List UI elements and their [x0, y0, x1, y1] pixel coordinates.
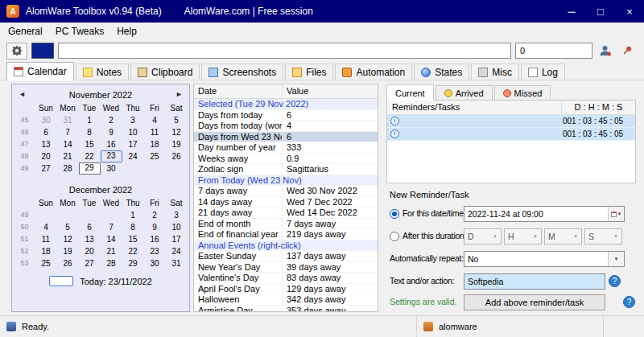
- repeat-combo[interactable]: No ▼: [464, 251, 625, 267]
- calendar-day[interactable]: 23: [144, 245, 166, 257]
- reminder-row[interactable]: 001 : 03 : 45 : 05: [387, 115, 635, 128]
- calendar-day[interactable]: 13: [35, 138, 57, 150]
- calendar-day[interactable]: 18: [144, 138, 166, 150]
- calendar-day[interactable]: 19: [57, 245, 79, 257]
- calendar-day[interactable]: 15: [79, 138, 101, 150]
- calendar-day[interactable]: 29: [122, 257, 144, 269]
- calendar-day[interactable]: 2: [144, 209, 166, 221]
- tab-log[interactable]: Log: [521, 64, 565, 80]
- calendar-day[interactable]: 29: [79, 162, 101, 175]
- preview-swatch[interactable]: [31, 43, 54, 59]
- calendar-day[interactable]: 16: [101, 138, 122, 150]
- calendar-day[interactable]: 1: [79, 114, 101, 126]
- table-section-row[interactable]: Annual Events (right-click): [194, 240, 378, 252]
- duration-select-d[interactable]: D▼: [464, 228, 502, 245]
- table-row[interactable]: Weeks away0.9: [194, 154, 378, 165]
- pin-button[interactable]: [618, 43, 636, 59]
- table-row[interactable]: Day number of year333: [194, 142, 378, 154]
- calendar-day[interactable]: 4: [144, 114, 166, 126]
- table-row[interactable]: Halloween342 days away: [194, 294, 378, 306]
- calendar-dropdown-button[interactable]: ▼: [608, 207, 624, 221]
- calendar-day[interactable]: 24: [166, 245, 188, 257]
- calendar-day[interactable]: 10: [166, 221, 188, 233]
- tab-current[interactable]: Current: [386, 84, 434, 101]
- calendar-day[interactable]: 10: [122, 126, 144, 138]
- calendar-day[interactable]: 7: [57, 126, 79, 138]
- table-row[interactable]: Easter Sunday137 days away: [194, 251, 378, 262]
- calendar-day[interactable]: 20: [79, 245, 101, 257]
- calendar-day[interactable]: 2: [101, 114, 122, 126]
- calendar-day[interactable]: 26: [57, 257, 79, 269]
- menu-general[interactable]: General: [2, 23, 49, 40]
- calendar-day[interactable]: 27: [79, 257, 101, 269]
- calendar-day[interactable]: 1: [122, 209, 144, 221]
- table-row[interactable]: New Year's Day39 days away: [194, 262, 378, 273]
- calendar-day[interactable]: 30: [101, 162, 122, 175]
- calendar-day[interactable]: 16: [144, 233, 166, 245]
- settings-button[interactable]: [6, 43, 27, 60]
- add-reminder-button[interactable]: Add above reminder/task: [464, 294, 605, 310]
- calendar-day[interactable]: 22: [79, 150, 101, 162]
- datetime-combo[interactable]: 2022-11-24 at 09:00 ▼: [464, 206, 625, 222]
- menu-pc-tweaks[interactable]: PC Tweaks: [49, 23, 110, 40]
- counter-box[interactable]: 0: [515, 43, 592, 59]
- calendar-day[interactable]: 5: [57, 221, 79, 233]
- minimize-button[interactable]: ─: [557, 0, 586, 23]
- help-button-text-action[interactable]: ?: [609, 275, 621, 287]
- text-action-input[interactable]: [464, 273, 605, 290]
- calendar-day[interactable]: 8: [122, 221, 144, 233]
- column-header-date[interactable]: Date: [194, 84, 283, 98]
- calendar-day[interactable]: 3: [122, 114, 144, 126]
- tab-misc[interactable]: Misc: [471, 64, 519, 80]
- duration-select-s[interactable]: S▼: [584, 228, 622, 245]
- duration-radio[interactable]: [390, 232, 399, 241]
- calendar-day[interactable]: 30: [35, 114, 57, 126]
- tab-clipboard[interactable]: Clipboard: [130, 64, 200, 80]
- menu-help[interactable]: Help: [110, 23, 143, 40]
- command-input[interactable]: [58, 43, 511, 59]
- calendar-day[interactable]: 12: [166, 126, 188, 138]
- user-button[interactable]: [597, 43, 614, 59]
- duration-select-m[interactable]: M▼: [544, 228, 582, 245]
- calendar-day[interactable]: 27: [35, 162, 57, 175]
- repeat-dropdown-button[interactable]: ▼: [608, 252, 624, 266]
- calendar-day[interactable]: 24: [122, 150, 144, 162]
- calendar-day[interactable]: 31: [166, 257, 188, 269]
- calendar-day[interactable]: 6: [79, 221, 101, 233]
- calendar-day[interactable]: 4: [35, 221, 57, 233]
- calendar-day[interactable]: 17: [122, 138, 144, 150]
- reminder-row[interactable]: 001 : 03 : 45 : 05: [387, 128, 635, 141]
- calendar-day[interactable]: 22: [122, 245, 144, 257]
- calendar-day[interactable]: 21: [101, 245, 122, 257]
- tab-missed[interactable]: Missed: [494, 85, 551, 100]
- calendar-day[interactable]: 9: [101, 126, 122, 138]
- calendar-day[interactable]: 6: [35, 126, 57, 138]
- tab-screenshots[interactable]: Screenshots: [201, 64, 283, 80]
- calendar-day[interactable]: 14: [57, 138, 79, 150]
- calendar-day[interactable]: 28: [101, 257, 122, 269]
- tab-states[interactable]: States: [414, 64, 469, 80]
- table-row[interactable]: Days from today (working)4: [194, 121, 378, 132]
- table-row[interactable]: Valentine's Day83 days away: [194, 273, 378, 284]
- table-section-row[interactable]: Selected (Tue 29 Nov 2022): [194, 99, 378, 110]
- calendar-day[interactable]: 28: [57, 162, 79, 175]
- calendar-day[interactable]: 11: [35, 233, 57, 245]
- tab-arrived[interactable]: Arrived: [436, 85, 493, 100]
- calendar-day[interactable]: 25: [144, 150, 166, 162]
- calendar-day[interactable]: 14: [101, 233, 122, 245]
- help-button-add-reminder[interactable]: ?: [623, 296, 635, 308]
- table-row[interactable]: 7 days awayWed 30 Nov 2022: [194, 186, 378, 197]
- calendar-day[interactable]: 21: [57, 150, 79, 162]
- calendar-day[interactable]: 11: [144, 126, 166, 138]
- tab-calendar[interactable]: Calendar: [6, 62, 74, 80]
- table-section-row[interactable]: From Today (Wed 23 Nov): [194, 175, 378, 187]
- table-row[interactable]: April Fool's Day129 days away: [194, 284, 378, 295]
- calendar-day[interactable]: 25: [35, 257, 57, 269]
- calendar-day[interactable]: 19: [166, 138, 188, 150]
- calendar-day[interactable]: 17: [166, 233, 188, 245]
- calendar-day[interactable]: 18: [35, 245, 57, 257]
- maximize-button[interactable]: □: [586, 0, 615, 23]
- table-row[interactable]: Armistice Day353 days away: [194, 306, 378, 313]
- calendar-day[interactable]: 30: [144, 257, 166, 269]
- table-row[interactable]: Days from today6: [194, 110, 378, 121]
